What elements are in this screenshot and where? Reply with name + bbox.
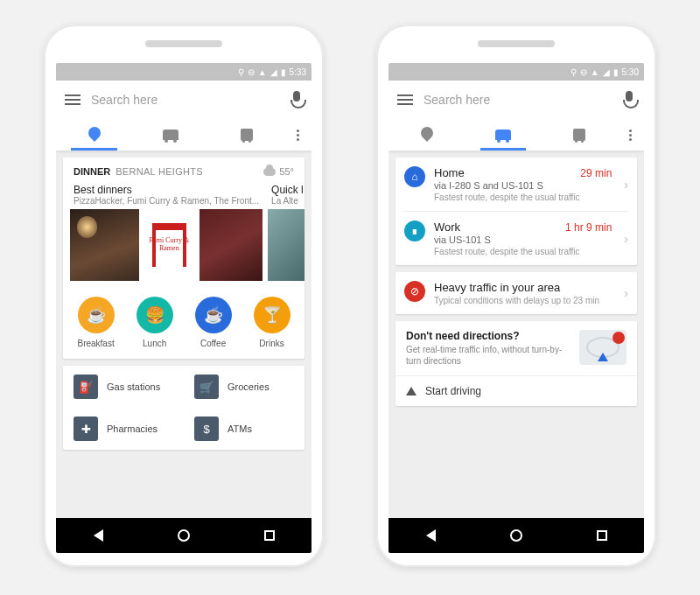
svc-groceries[interactable]: 🛒Groceries xyxy=(184,366,304,408)
mode-tabs xyxy=(388,119,644,150)
tab-transit[interactable] xyxy=(542,119,618,150)
nav-back-button[interactable] xyxy=(94,529,103,542)
dest-name: Home xyxy=(434,166,465,179)
traffic-card: ⊘ Heavy traffic in your area Typical con… xyxy=(396,272,637,314)
navigate-icon xyxy=(406,387,416,396)
home-dest-icon: ⌂ xyxy=(404,166,425,187)
dest-note: Fastest route, despite the usual traffic xyxy=(434,192,612,202)
weather: 55° xyxy=(263,166,294,177)
bus-icon xyxy=(573,129,585,141)
svc-pharmacies[interactable]: ✚Pharmacies xyxy=(63,408,184,450)
tabs-overflow-button[interactable] xyxy=(285,130,312,141)
nav-recents-button[interactable] xyxy=(264,530,275,541)
search-input[interactable]: Search here xyxy=(91,93,280,107)
dinner-carousel[interactable]: Best dinners PizzaHacker, Fumi Curry & R… xyxy=(63,180,304,288)
nav-back-button[interactable] xyxy=(426,529,436,542)
dinner-card-peek[interactable]: Quick l La Alte xyxy=(268,180,304,281)
promo-illustration xyxy=(579,330,626,365)
search-bar: Search here xyxy=(56,80,312,119)
menu-button[interactable] xyxy=(397,94,413,105)
category-row: ☕ Breakfast 🍔 Lunch ☕ Coffee 🍸 xyxy=(63,288,304,359)
breakfast-icon: ☕ xyxy=(78,297,115,333)
home-icon xyxy=(510,529,522,542)
nav-recents-button[interactable] xyxy=(597,530,607,541)
voice-search-button[interactable] xyxy=(290,91,303,108)
dest-work[interactable]: ∎ Work 1 hr 9 min via US-101 S Fastest r… xyxy=(396,212,637,265)
nav-arrow-icon xyxy=(598,353,608,361)
search-input[interactable]: Search here xyxy=(424,93,612,107)
more-icon xyxy=(297,130,299,141)
gas-icon: ⛽ xyxy=(74,374,98,399)
cat-coffee[interactable]: ☕ Coffee xyxy=(195,297,232,348)
dinner-section: DINNER BERNAL HEIGHTS 55° Best dinners P… xyxy=(63,158,304,359)
thumb-peek xyxy=(268,209,304,281)
fumi-label: Fumi Curry & Ramen xyxy=(141,237,198,253)
car-icon xyxy=(163,130,178,140)
tabs-overflow-button[interactable] xyxy=(618,130,644,141)
tab-explore[interactable] xyxy=(388,119,465,150)
back-icon xyxy=(94,529,103,542)
cat-label: Coffee xyxy=(200,339,226,348)
dest-via: via I-280 S and US-101 S xyxy=(434,180,612,191)
cloud-icon xyxy=(263,168,276,176)
dinner-card-best[interactable]: Best dinners PizzaHacker, Fumi Curry & R… xyxy=(70,180,262,281)
chevron-right-icon: › xyxy=(624,286,628,300)
svc-label: Groceries xyxy=(228,382,270,392)
dest-eta: 1 hr 9 min xyxy=(565,221,612,234)
more-icon xyxy=(629,130,632,141)
home-icon xyxy=(178,529,190,542)
traffic-row[interactable]: ⊘ Heavy traffic in your area Typical con… xyxy=(396,272,637,314)
content-explore: DINNER BERNAL HEIGHTS 55° Best dinners P… xyxy=(56,150,312,518)
dinner-header: DINNER BERNAL HEIGHTS 55° xyxy=(63,158,304,180)
weather-temp: 55° xyxy=(279,166,294,177)
atms-icon: $ xyxy=(194,416,219,441)
groceries-icon: 🛒 xyxy=(194,374,219,399)
screen-right: ⚲ ⊖ ▲ ◢ ▮ 5:30 Search here xyxy=(388,63,644,553)
bus-icon xyxy=(241,129,253,141)
wifi-icon: ▲ xyxy=(258,67,267,77)
tab-transit[interactable] xyxy=(209,119,285,150)
screen-left: ⚲ ⊖ ▲ ◢ ▮ 5:33 Search here xyxy=(56,63,312,553)
tab-driving[interactable] xyxy=(465,119,541,150)
location-icon: ⚲ xyxy=(570,67,577,77)
wifi-icon: ▲ xyxy=(591,67,599,77)
pin-icon xyxy=(421,127,433,143)
drinks-icon: 🍸 xyxy=(254,297,290,333)
svc-atms[interactable]: $ATMs xyxy=(184,408,304,450)
back-icon xyxy=(426,529,436,542)
nav-home-button[interactable] xyxy=(510,529,522,542)
lunch-icon: 🍔 xyxy=(136,297,173,333)
status-bar: ⚲ ⊖ ▲ ◢ ▮ 5:33 xyxy=(56,63,312,80)
dinner-card-subtitle: PizzaHacker, Fumi Curry & Ramen, The Fro… xyxy=(70,196,262,209)
promo-sub: Get real-time traffic info, without turn… xyxy=(406,344,572,367)
voice-search-button[interactable] xyxy=(623,91,635,108)
cat-drinks[interactable]: 🍸 Drinks xyxy=(254,297,290,348)
tab-driving[interactable] xyxy=(132,119,208,150)
svc-label: Pharmacies xyxy=(107,424,158,434)
dest-home[interactable]: ⌂ Home 29 min via I-280 S and US-101 S F… xyxy=(396,158,637,211)
promo-title: Don't need directions? xyxy=(406,330,572,342)
cat-lunch[interactable]: 🍔 Lunch xyxy=(136,297,173,348)
alert-badge-icon xyxy=(612,332,625,344)
content-driving: ⌂ Home 29 min via I-280 S and US-101 S F… xyxy=(388,150,644,518)
nav-home-button[interactable] xyxy=(178,529,190,542)
battery-icon: ▮ xyxy=(613,67,619,77)
peek-title: Quick l xyxy=(268,180,304,196)
signal-icon: ◢ xyxy=(270,67,277,77)
tab-explore[interactable] xyxy=(56,119,132,150)
services-grid: ⛽Gas stations 🛒Groceries ✚Pharmacies $AT… xyxy=(63,366,304,450)
location-icon: ⚲ xyxy=(238,67,244,77)
phone-speaker xyxy=(145,40,222,47)
menu-button[interactable] xyxy=(65,94,80,105)
traffic-title: Heavy traffic in your area xyxy=(434,281,560,294)
status-bar: ⚲ ⊖ ▲ ◢ ▮ 5:30 xyxy=(388,63,644,80)
phone-speaker xyxy=(478,40,555,47)
status-time: 5:30 xyxy=(622,67,639,77)
pin-icon xyxy=(88,127,101,143)
start-driving-button[interactable]: Start driving xyxy=(396,375,637,406)
recents-icon xyxy=(264,530,275,541)
coffee-icon: ☕ xyxy=(195,297,232,333)
services-section: ⛽Gas stations 🛒Groceries ✚Pharmacies $AT… xyxy=(63,366,304,450)
cat-breakfast[interactable]: ☕ Breakfast xyxy=(77,297,114,348)
svc-gas[interactable]: ⛽Gas stations xyxy=(63,366,184,408)
